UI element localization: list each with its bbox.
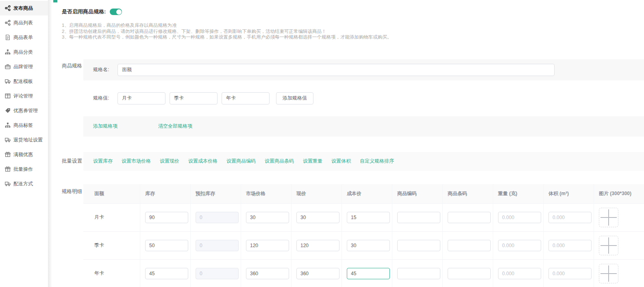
spec-value-input[interactable] [170,92,218,104]
column-header: 商品编码 [392,184,443,203]
spec-value-input[interactable] [117,92,165,104]
cost-price-input-focused[interactable] [347,268,390,279]
sidebar: 发布商品 商品列表 商品表单 商品分类 品牌管理 配送模板 评论管理 优惠券管 [0,0,48,287]
sidebar-item-review-management[interactable]: 评论管理 [0,89,48,103]
sidebar-scrollbar[interactable] [48,0,52,287]
truck-icon [5,78,11,84]
table-row: 季卡 [83,232,644,260]
enable-spec-toggle[interactable] [110,9,122,15]
note-line: 2、拼团活动创建后的商品，请勿对该商品进行修改规格、下架、删除等操作，否则影响下… [62,28,644,35]
spec-value-input[interactable] [222,92,270,104]
sidebar-item-label: 配送方式 [13,180,33,187]
weight-input[interactable] [498,268,541,279]
sidebar-item-product-tags[interactable]: 商品标签 [0,118,48,133]
set-current-price-link[interactable]: 设置现价 [160,158,179,165]
column-header: 重量 (克) [493,184,544,203]
sidebar-item-delivery-template[interactable]: 配送模板 [0,74,48,89]
sidebar-item-label: 优惠券管理 [13,107,38,114]
image-upload-button[interactable] [599,264,618,283]
product-code-input[interactable] [397,240,440,251]
volume-input[interactable] [548,212,592,223]
market-price-input[interactable] [246,240,289,251]
sidebar-item-product-category[interactable]: 商品分类 [0,45,48,59]
stock-input[interactable] [145,268,188,279]
sidebar-item-product-form[interactable]: 商品表单 [0,30,48,45]
volume-input[interactable] [548,240,592,251]
product-code-input[interactable] [397,212,440,223]
spec-detail-table: 面额 库存 预扣库存 市场价格 现价 成本价 商品编码 商品条码 重量 (克) … [83,181,644,287]
sidebar-item-label: 商品分类 [13,49,33,56]
batch-links-bar: 设置库存 设置市场价格 设置现价 设置成本价格 设置商品编码 设置商品条码 设置… [83,152,644,171]
image-upload-button[interactable] [599,236,618,255]
add-spec-value-button[interactable]: 添加规格值 [276,92,313,104]
image-upload-button[interactable] [599,208,618,227]
set-weight-link[interactable]: 设置重量 [303,158,322,165]
stock-input[interactable] [145,240,188,251]
app-window: 发布商品 商品列表 商品表单 商品分类 品牌管理 配送模板 评论管理 优惠券管 [0,0,644,287]
gift-icon [5,152,11,157]
column-header: 商品条码 [443,184,493,203]
column-header: 市场价格 [241,184,292,203]
column-header: 面额 [83,184,140,203]
product-spec-section: 商品规格 规格名: 规格值: 添加规格值 添加规格项 清空全部规格项 [62,59,644,145]
set-cost-price-link[interactable]: 设置成本价格 [188,158,218,165]
custom-spec-sort-link[interactable]: 自定义规格排序 [360,158,394,165]
set-product-code-link[interactable]: 设置商品编码 [226,158,256,165]
sidebar-item-publish-product[interactable]: 发布商品 [0,1,48,15]
sidebar-item-coupon-management[interactable]: 优惠券管理 [0,103,48,118]
current-price-input[interactable] [296,268,339,279]
clear-all-spec-link[interactable]: 清空全部规格项 [158,123,192,130]
current-price-input[interactable] [296,212,339,223]
spec-detail-section: 规格明细 面额 库存 预扣库存 市场价格 现价 成本价 商品编码 商品条码 重量… [62,181,644,287]
spec-name-cell: 年卡 [83,260,140,287]
sidebar-item-full-discount[interactable]: 满额优惠 [0,147,48,162]
toggle-knob [116,9,122,15]
cost-price-input[interactable] [347,240,390,251]
spec-name-cell: 月卡 [83,204,140,231]
column-header: 预扣库存 [191,184,241,203]
truck-icon [5,181,11,187]
weight-input[interactable] [498,240,541,251]
sidebar-item-label: 发布商品 [13,5,33,12]
volume-input[interactable] [548,268,592,279]
cost-price-input[interactable] [347,212,390,223]
column-header: 库存 [140,184,191,203]
sidebar-item-product-list[interactable]: 商品列表 [0,15,48,30]
sitemap-icon [5,122,11,128]
set-barcode-link[interactable]: 设置商品条码 [265,158,294,165]
gift-icon [5,166,11,172]
stock-input[interactable] [145,212,188,223]
sidebar-item-brand-management[interactable]: 品牌管理 [0,59,48,74]
truck-icon [5,137,11,143]
sidebar-item-return-address[interactable]: 退货地址设置 [0,133,48,147]
table-row: 月卡 [83,204,644,232]
barcode-input[interactable] [448,268,491,279]
table-header-row: 面额 库存 预扣库存 市场价格 现价 成本价 商品编码 商品条码 重量 (克) … [83,184,644,204]
set-stock-link[interactable]: 设置库存 [93,158,113,165]
section-accent-mark [53,0,57,2]
sidebar-item-batch-operation[interactable]: 批量操作 [0,162,48,176]
barcode-input[interactable] [448,212,491,223]
spec-name-cell: 季卡 [83,232,140,259]
sidebar-item-label: 商品表单 [13,34,33,41]
sidebar-item-label: 商品标签 [13,122,33,129]
market-price-input[interactable] [246,268,289,279]
set-volume-link[interactable]: 设置体积 [331,158,351,165]
spec-value-field-label: 规格值: [93,95,114,102]
market-price-input[interactable] [246,212,289,223]
main-content: 是否启用商品规格: 1、启用商品规格后，商品的价格及库存以商品规格为准 2、拼团… [52,0,644,287]
spec-name-input[interactable] [117,64,555,76]
share-nodes-icon [5,20,11,26]
product-code-input[interactable] [397,268,440,279]
file-icon [5,35,11,40]
set-market-price-link[interactable]: 设置市场价格 [122,158,151,165]
sidebar-item-delivery-method[interactable]: 配送方式 [0,176,48,191]
plus-icon [600,265,617,282]
columns-icon [5,93,11,99]
add-spec-item-link[interactable]: 添加规格项 [93,123,117,130]
reserved-stock-input [196,212,239,223]
current-price-input[interactable] [296,240,339,251]
barcode-input[interactable] [448,240,491,251]
spec-detail-label: 规格明细 [62,181,83,195]
weight-input[interactable] [498,212,541,223]
